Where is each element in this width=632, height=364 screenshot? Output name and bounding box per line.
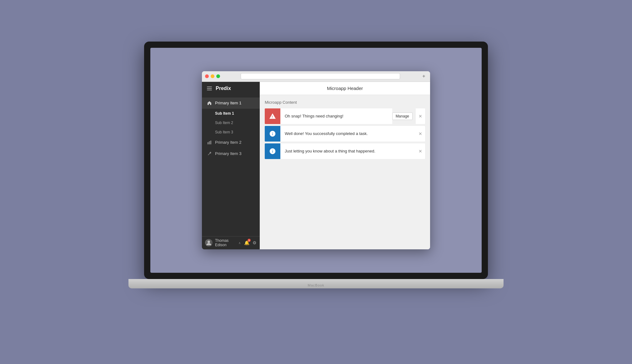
avatar-img xyxy=(205,239,213,247)
chart-icon xyxy=(207,140,212,145)
alert-info-1-icon-section xyxy=(265,126,280,142)
sidebar-nav: Primary Item 1 Sub Item 1 Sub Item 2 xyxy=(202,95,260,236)
alert-info-2-close-button[interactable]: ✕ xyxy=(416,143,425,159)
alert-danger-icon-section xyxy=(265,108,280,124)
alert-danger-body: Oh snap! Things need changing! xyxy=(280,108,392,124)
settings-button[interactable]: ⚙ xyxy=(253,240,257,246)
notification-button[interactable]: 🔔 1 xyxy=(243,239,250,246)
user-name: Thomas Edison xyxy=(215,238,236,247)
microapp-header-title: Microapp Header xyxy=(327,86,363,91)
macbook-screen: + Predix xyxy=(150,48,482,273)
traffic-minimize-button[interactable] xyxy=(211,74,214,78)
browser-titlebar: + xyxy=(202,71,430,82)
alert-info-2-icon-section xyxy=(265,143,280,159)
gear-icon: ⚙ xyxy=(253,240,257,245)
home-icon xyxy=(207,101,212,106)
sidebar-item-primary1[interactable]: Primary Item 1 xyxy=(202,97,260,109)
url-bar[interactable] xyxy=(241,73,400,79)
sub2-label: Sub Item 2 xyxy=(215,121,233,125)
macbook-bezel: + Predix xyxy=(144,42,488,279)
avatar xyxy=(205,239,213,247)
hamburger-button[interactable] xyxy=(207,87,212,90)
svg-point-3 xyxy=(208,241,210,243)
alert-danger: Oh snap! Things need changing! Manage ✕ xyxy=(265,108,425,124)
sidebar-item-primary3[interactable]: Primary Item 3 xyxy=(202,148,260,159)
sidebar-footer: Thomas Edison ∧ 🔔 1 ⚙ xyxy=(202,236,260,249)
alert-info-2: Just letting you know about a thing that… xyxy=(265,143,425,159)
main-content: Microapp Header Microapp Content xyxy=(260,82,430,249)
sidebar-item-primary2[interactable]: Primary Item 2 xyxy=(202,137,260,148)
microapp-content-label: Microapp Content xyxy=(265,100,425,105)
primary3-label: Primary Item 3 xyxy=(215,151,242,156)
alert-danger-close-button[interactable]: ✕ xyxy=(416,108,425,124)
sidebar: Predix Primary Item 1 xyxy=(202,82,260,249)
browser-window: + Predix xyxy=(202,71,430,249)
sidebar-header: Predix xyxy=(202,82,260,95)
sub3-label: Sub Item 3 xyxy=(215,130,233,134)
traffic-close-button[interactable] xyxy=(205,74,209,78)
sidebar-item-sub1[interactable]: Sub Item 1 xyxy=(202,109,260,118)
manage-button[interactable]: Manage xyxy=(392,112,413,120)
sidebar-item-sub2[interactable]: Sub Item 2 xyxy=(202,118,260,127)
svg-rect-0 xyxy=(208,142,208,144)
sub1-label: Sub Item 1 xyxy=(215,111,234,116)
svg-rect-2 xyxy=(210,141,211,144)
primary2-label: Primary Item 2 xyxy=(215,140,242,145)
alert-info-1-close-button[interactable]: ✕ xyxy=(416,126,425,142)
primary1-label: Primary Item 1 xyxy=(215,101,242,105)
new-tab-button[interactable]: + xyxy=(421,73,427,79)
alert-info-2-message: Just letting you know about a thing that… xyxy=(285,149,375,153)
alert-info-1-body: Well done! You successfully completed a … xyxy=(280,126,416,142)
sidebar-item-sub3[interactable]: Sub Item 3 xyxy=(202,127,260,137)
svg-rect-1 xyxy=(209,141,210,144)
hamburger-line-2 xyxy=(207,88,212,89)
microapp-header: Microapp Header xyxy=(260,82,430,95)
alert-danger-message: Oh snap! Things need changing! xyxy=(285,114,344,118)
sidebar-title: Predix xyxy=(216,86,231,91)
alert-info-1: Well done! You successfully completed a … xyxy=(265,126,425,142)
app-content: Predix Primary Item 1 xyxy=(202,82,430,249)
wrench-icon xyxy=(207,151,212,156)
microapp-body: Microapp Content Oh snap! Things need ch… xyxy=(260,95,430,249)
chevron-up-icon: ∧ xyxy=(238,241,241,245)
alert-info-1-message: Well done! You successfully completed a … xyxy=(285,131,368,136)
sub-nav-primary1: Sub Item 1 Sub Item 2 Sub Item 3 xyxy=(202,109,260,137)
notification-badge: 1 xyxy=(248,239,251,242)
macbook-base xyxy=(128,279,504,288)
alert-info-2-body: Just letting you know about a thing that… xyxy=(280,143,416,159)
macbook-wrapper: + Predix xyxy=(91,42,541,323)
hamburger-line-3 xyxy=(207,90,212,90)
hamburger-line-1 xyxy=(207,87,212,87)
traffic-maximize-button[interactable] xyxy=(216,74,220,78)
